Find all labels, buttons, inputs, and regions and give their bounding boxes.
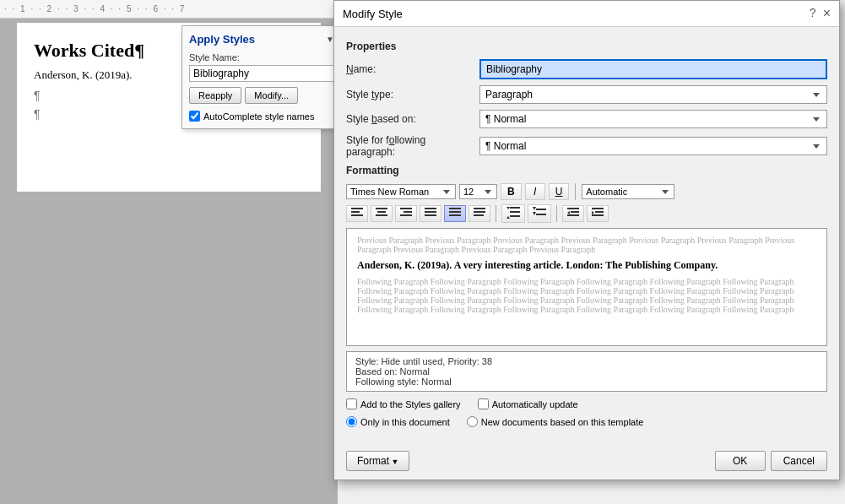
ok-button[interactable]: OK — [715, 451, 766, 471]
autocomplete-label: AutoComplete style names — [203, 111, 314, 122]
svg-marker-27 — [506, 216, 510, 219]
add-to-gallery-checkbox[interactable] — [346, 398, 357, 409]
auto-update-item: Automatically update — [478, 398, 578, 409]
color-select[interactable]: Automatic — [582, 184, 674, 199]
para-spacing-button[interactable] — [528, 204, 551, 223]
style-name-label: Style Name: — [189, 52, 334, 62]
italic-button[interactable]: I — [525, 183, 545, 200]
svg-rect-36 — [592, 208, 604, 209]
format-button[interactable]: Format — [346, 451, 409, 471]
footer-right: OK Cancel — [715, 451, 827, 471]
style-based-row: Style based on: ¶ Normal — [346, 110, 827, 128]
autocomplete-checkbox[interactable] — [189, 111, 200, 122]
auto-update-checkbox[interactable] — [478, 398, 489, 409]
align-justify-button[interactable] — [420, 205, 441, 222]
svg-rect-1 — [351, 211, 360, 213]
add-to-gallery-label: Add to the Styles gallery — [360, 399, 461, 409]
svg-rect-17 — [449, 211, 461, 213]
size-select[interactable]: 12 — [459, 184, 497, 199]
style-type-label: Style type: — [346, 89, 473, 100]
apply-styles-panel: Apply Styles ▼ Style Name: Reapply Modif… — [181, 25, 342, 129]
preview-previous-text: Previous Paragraph Previous Paragraph Pr… — [357, 236, 816, 254]
style-name-input[interactable] — [189, 65, 334, 82]
dialog-title: Modify Style — [343, 8, 403, 20]
apply-styles-title: Apply Styles — [189, 33, 255, 46]
toolbar-separator-2 — [496, 205, 496, 222]
style-info-line2: Based on: Normal — [355, 366, 818, 377]
font-select[interactable]: Times New Roman — [346, 184, 456, 199]
name-label: Name: — [346, 63, 473, 75]
style-info-line1: Style: Hide until used, Priority: 38 — [355, 356, 818, 366]
style-type-select[interactable]: Paragraph — [479, 85, 827, 104]
svg-marker-31 — [533, 212, 536, 215]
align-toolbar — [346, 204, 827, 223]
svg-rect-2 — [351, 214, 363, 216]
formatting-section-label: Formatting — [346, 165, 827, 176]
svg-rect-21 — [474, 211, 485, 213]
preview-area: Previous Paragraph Previous Paragraph Pr… — [346, 228, 827, 346]
ruler: · · 1 · · 2 · · 3 · · 4 · · 5 · · 6 · · … — [0, 0, 338, 19]
style-based-select[interactable]: ¶ Normal — [479, 110, 827, 128]
style-info: Style: Hide until used, Priority: 38 Bas… — [346, 351, 827, 392]
indent-decrease-button[interactable] — [562, 205, 584, 222]
only-doc-label: Only in this document — [360, 417, 450, 427]
only-doc-radio[interactable] — [346, 416, 357, 427]
bold-button[interactable]: B — [501, 183, 522, 200]
modify-style-dialog[interactable]: Modify Style ? × Properties Name: Style … — [333, 0, 840, 480]
underline-button[interactable]: U — [549, 183, 570, 200]
svg-rect-37 — [595, 211, 604, 213]
style-following-label: Style for following paragraph: — [346, 134, 473, 158]
only-doc-item: Only in this document — [346, 416, 450, 427]
svg-rect-24 — [510, 211, 520, 213]
svg-rect-10 — [400, 214, 412, 216]
reapply-button[interactable]: Reapply — [189, 87, 241, 104]
svg-marker-26 — [506, 207, 510, 209]
style-following-row: Style for following paragraph: ¶ Normal — [346, 134, 827, 158]
formatting-section: Formatting Times New Roman 12 B I U Auto… — [346, 165, 827, 223]
svg-rect-29 — [536, 214, 546, 215]
toolbar-separator-1 — [575, 183, 576, 200]
svg-rect-25 — [510, 215, 520, 217]
close-icon[interactable]: × — [823, 6, 831, 21]
align-left-button[interactable] — [346, 205, 368, 222]
properties-section-label: Properties — [346, 41, 827, 52]
indent-increase-button[interactable] — [587, 205, 609, 222]
svg-rect-0 — [351, 208, 363, 209]
name-row: Name: — [346, 59, 827, 79]
new-docs-item: New documents based on this template — [467, 416, 644, 427]
help-icon[interactable]: ? — [810, 6, 816, 21]
svg-rect-34 — [567, 214, 579, 216]
svg-rect-5 — [377, 211, 386, 213]
align-right-button[interactable] — [395, 205, 417, 222]
svg-rect-23 — [510, 207, 520, 209]
svg-rect-12 — [425, 208, 436, 209]
formatting-toolbar: Times New Roman 12 B I U Automatic — [346, 183, 827, 200]
style-following-select[interactable]: ¶ Normal — [479, 137, 827, 155]
autocomplete-row: AutoComplete style names — [189, 111, 334, 122]
svg-marker-35 — [567, 211, 570, 214]
svg-marker-39 — [592, 211, 594, 214]
svg-rect-14 — [425, 214, 436, 216]
apply-styles-header: Apply Styles ▼ — [189, 33, 334, 46]
cancel-button[interactable]: Cancel — [771, 451, 827, 471]
style-type-row: Style type: Paragraph — [346, 85, 827, 104]
toolbar-separator-3 — [556, 205, 557, 222]
align-justify2-button[interactable] — [444, 205, 466, 222]
svg-marker-30 — [533, 207, 536, 210]
line-spacing-button[interactable] — [501, 204, 525, 223]
svg-rect-16 — [449, 208, 461, 209]
new-docs-radio[interactable] — [467, 416, 478, 427]
name-input[interactable] — [479, 59, 827, 79]
svg-rect-9 — [404, 211, 412, 213]
svg-rect-38 — [592, 214, 604, 216]
align-justify3-button[interactable] — [469, 205, 490, 222]
preview-following-text: Following Paragraph Following Paragraph … — [357, 277, 816, 314]
dialog-footer: Format OK Cancel — [334, 446, 839, 480]
auto-update-label: Automatically update — [492, 399, 578, 409]
style-info-line3: Following style: Normal — [355, 377, 818, 387]
checkboxes-row: Add to the Styles gallery Automatically … — [346, 398, 827, 409]
svg-rect-32 — [567, 208, 579, 209]
align-center-button[interactable] — [371, 205, 393, 222]
modify-button[interactable]: Modify... — [245, 87, 298, 104]
apply-styles-buttons: Reapply Modify... — [189, 87, 334, 104]
